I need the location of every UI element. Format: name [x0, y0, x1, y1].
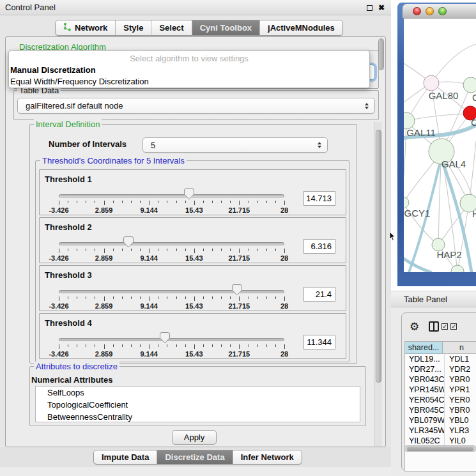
slider-tick: [239, 249, 240, 253]
slider-tick: [131, 201, 132, 203]
checkbox-icon[interactable]: ✓: [441, 323, 448, 330]
split-columns-icon[interactable]: [429, 321, 439, 332]
slider-tick: [230, 344, 231, 347]
slider-track[interactable]: [59, 242, 284, 245]
algorithm-option-equal-width[interactable]: Equal Width/Frequency Discretization: [9, 77, 369, 86]
minimize-traffic-light-icon[interactable]: [426, 7, 434, 15]
table-row[interactable]: YDR27...YDR2: [405, 364, 476, 374]
column-header-name[interactable]: n: [443, 342, 476, 354]
network-icon: [63, 22, 72, 33]
slider-thumb[interactable]: [232, 284, 242, 296]
slider-tick: [221, 249, 222, 251]
threshold-value-field[interactable]: 14.713: [303, 191, 335, 206]
apply-button[interactable]: Apply: [172, 430, 217, 445]
mouse-cursor: [389, 231, 396, 244]
slider-tick: [230, 249, 231, 251]
slider-tick: [122, 296, 123, 299]
slider-thumb[interactable]: [123, 236, 134, 248]
close-icon[interactable]: ✖: [378, 0, 385, 15]
slider-tick: [275, 249, 276, 251]
tab-style[interactable]: Style: [116, 20, 151, 35]
table-horizontal-scrollbar[interactable]: [404, 445, 476, 452]
threshold-value-field[interactable]: 21.4: [303, 287, 335, 302]
slider-track[interactable]: [59, 338, 284, 341]
slider-thumb[interactable]: [184, 188, 194, 200]
tab-network[interactable]: Network: [56, 20, 116, 35]
slider-tick: [113, 201, 114, 203]
threshold-value-field[interactable]: 6.316: [303, 239, 335, 254]
tab-cyni-toolbox[interactable]: Cyni Toolbox: [192, 20, 260, 35]
tab-jactivemnodules[interactable]: jActiveMNodules: [260, 20, 342, 35]
slider-tick: [77, 344, 77, 347]
slider-tick: [104, 296, 105, 301]
column-header-shared-name[interactable]: shared...: [405, 342, 443, 354]
gear-icon[interactable]: ⚙: [410, 320, 419, 333]
attributes-list-scrollbar-thumb[interactable]: [378, 38, 384, 70]
tab-impute-data[interactable]: Impute Data: [94, 450, 157, 464]
network-node-label: H: [472, 208, 476, 219]
slider-tick: [68, 296, 68, 299]
checkbox-icon[interactable]: ✓: [450, 323, 457, 330]
control-panel-window: Control Panel ✖ NetworkStyleSelectCyni T…: [0, 0, 391, 476]
network-canvas[interactable]: GAL80GACGAL11GAL4GCY1HHAP2: [404, 19, 476, 272]
numerical-attributes-list[interactable]: SelfLoopsTopologicalCoefficientBetweenne…: [35, 386, 360, 422]
zoom-traffic-light-icon[interactable]: [438, 7, 447, 15]
slider-tick: [149, 249, 150, 253]
float-window-icon[interactable]: [367, 5, 372, 11]
slider-tick: [221, 296, 222, 299]
bottom-strip-lower: [0, 467, 391, 476]
tick-label: -3.426: [41, 206, 77, 214]
table-data-selected-value: galFiltered.sif default node: [26, 101, 123, 111]
panel-vscrollbar-thumb[interactable]: [376, 130, 381, 383]
slider-tick: [239, 344, 240, 349]
network-node-gal80[interactable]: [424, 75, 439, 91]
tick-label: 28: [266, 302, 302, 310]
slider-track[interactable]: [59, 290, 284, 293]
threshold-value-field[interactable]: 11.344: [303, 335, 335, 349]
slider-tick: [68, 249, 68, 251]
slider-thumb[interactable]: [160, 332, 170, 344]
table-row[interactable]: YIL052CYIL0: [405, 436, 476, 446]
table-row[interactable]: YLR345WYLR3: [405, 426, 476, 436]
number-of-intervals-select[interactable]: 5: [142, 137, 328, 153]
network-node-label: GAL80: [429, 90, 459, 101]
tab-label: Discretize Data: [165, 452, 224, 462]
slider-tick: [212, 201, 213, 203]
panel-vertical-scrollbar[interactable]: [374, 122, 382, 447]
algorithm-option-manual[interactable]: Manual Discretization: [9, 65, 369, 75]
slider-tick: [59, 344, 59, 349]
table-row[interactable]: YDL19...YDL1: [405, 354, 476, 364]
table-cell-shared-name: YIL052C: [405, 436, 445, 446]
table-hscrollbar-thumb[interactable]: [407, 447, 473, 451]
slider-tick: [158, 344, 158, 347]
tab-label: Style: [123, 23, 143, 33]
tab-label: jActiveMNodules: [268, 23, 335, 33]
slider-track[interactable]: [59, 194, 284, 197]
table-row[interactable]: YPR145WYPR1: [405, 385, 476, 395]
table-row[interactable]: YBR045CYBR0: [405, 405, 476, 415]
slider-tick: [86, 249, 86, 251]
table-row[interactable]: YBR043CYBR0: [405, 374, 476, 385]
slider-tick: [59, 201, 59, 205]
tab-label: Cyni Toolbox: [200, 23, 252, 33]
network-node-ga[interactable]: [463, 77, 476, 93]
tick-label: 21.715: [221, 350, 257, 358]
table-row[interactable]: YER054CYER0: [405, 395, 476, 405]
close-traffic-light-icon[interactable]: [413, 7, 421, 15]
tab-select[interactable]: Select: [151, 20, 192, 35]
network-node-gcy1[interactable]: [404, 197, 409, 208]
tick-label: 21.715: [221, 254, 257, 262]
tab-infer-network[interactable]: Infer Network: [233, 450, 302, 464]
threshold-label: Threshold 3: [45, 270, 92, 280]
top-tab-bar: NetworkStyleSelectCyni ToolboxjActiveMNo…: [55, 20, 343, 36]
tick-label: 21.715: [221, 206, 257, 214]
attribute-item-selfloops[interactable]: SelfLoops: [36, 387, 360, 399]
attribute-item-topologicalcoefficient[interactable]: TopologicalCoefficient: [36, 399, 360, 411]
tab-discretize-data[interactable]: Discretize Data: [157, 450, 233, 464]
table-row[interactable]: YBL079WYBL0: [405, 415, 476, 426]
table-panel-titlebar: Table Panel: [391, 291, 476, 307]
table-data-select[interactable]: galFiltered.sif default node: [17, 98, 375, 114]
slider-tick: [194, 344, 195, 349]
algorithm-placeholder-option[interactable]: Select algorithm to view settings: [9, 54, 369, 63]
attribute-item-betweennesscentrality[interactable]: BetweennessCentrality: [36, 411, 360, 422]
